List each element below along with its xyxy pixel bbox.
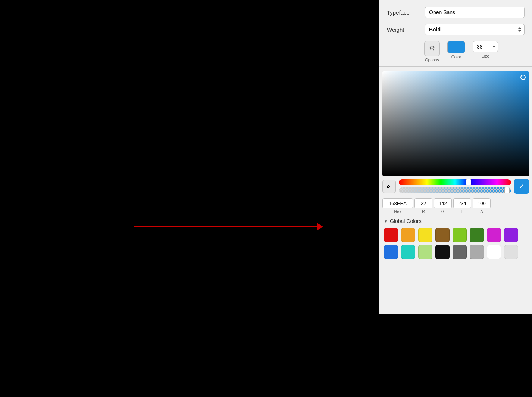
rgba-row: Hex R G B A [379, 197, 532, 215]
options-label: Options [425, 58, 439, 62]
arrow-line [134, 226, 317, 227]
color-swatch-light-green[interactable] [453, 228, 467, 242]
global-colors-section: ▼ Global Colors [379, 215, 532, 264]
b-label: B [461, 209, 463, 214]
typeface-label: Typeface [387, 9, 420, 16]
eyedropper-button[interactable]: 🖊 [382, 180, 396, 193]
colors-grid: + [384, 228, 528, 259]
color-label: Color [451, 55, 461, 59]
color-swatch-yellow[interactable] [418, 228, 432, 242]
r-input[interactable] [414, 198, 432, 208]
checkmark-icon: ✓ [519, 182, 525, 190]
color-swatch-purple[interactable] [504, 228, 518, 242]
color-swatch-dark-gray[interactable] [453, 245, 467, 259]
ocs-row: ⚙ Options Color 38 8101214 16182024 2832… [379, 39, 532, 66]
hex-input[interactable] [382, 198, 413, 208]
chevron-down-icon: ▼ [384, 219, 388, 223]
alpha-slider[interactable] [399, 187, 511, 193]
typeface-row: Typeface [379, 0, 532, 22]
arrow-indicator [134, 223, 325, 230]
global-colors-label: Global Colors [390, 218, 422, 224]
b-item: B [453, 198, 471, 214]
color-swatch[interactable] [447, 41, 465, 53]
color-swatch-white[interactable] [487, 245, 501, 259]
color-swatch-medium-gray[interactable] [470, 245, 484, 259]
weight-select[interactable]: Bold Thin Light Regular Extra Bold Black [425, 24, 525, 35]
alpha-track [399, 187, 511, 193]
color-swatch-lime[interactable] [418, 245, 432, 259]
weight-row: Weight Bold Thin Light Regular Extra Bol… [379, 22, 532, 39]
weight-label: Weight [387, 27, 420, 33]
size-select[interactable]: 38 8101214 16182024 283236 4248566472 [473, 41, 498, 52]
arrow-head [317, 223, 323, 230]
color-gradient-canvas[interactable] [382, 71, 529, 176]
sliders-column [399, 179, 511, 193]
hue-slider[interactable] [399, 179, 511, 185]
size-select-wrap: 38 8101214 16182024 283236 4248566472 ▼ [473, 41, 498, 52]
properties-panel: Typeface Weight Bold Thin Light Regular … [379, 0, 532, 314]
color-swatch-cyan[interactable] [401, 245, 415, 259]
options-button[interactable]: ⚙ [424, 41, 440, 56]
a-input[interactable] [473, 198, 491, 208]
size-item: 38 8101214 16182024 283236 4248566472 ▼ … [473, 41, 498, 58]
r-item: R [414, 198, 432, 214]
weight-select-wrap: Bold Thin Light Regular Extra Bold Black [425, 24, 525, 35]
eyedropper-icon: 🖊 [386, 183, 392, 190]
add-color-button[interactable]: + [504, 245, 518, 259]
color-swatch-brown[interactable] [435, 228, 450, 242]
sliders-row: 🖊 ✓ [379, 179, 532, 194]
confirm-button[interactable]: ✓ [514, 179, 529, 194]
gradient-overlay [382, 71, 529, 176]
color-swatch-blue[interactable] [384, 245, 398, 259]
g-label: G [441, 209, 445, 214]
typeface-input[interactable] [425, 7, 525, 18]
a-label: A [480, 209, 483, 214]
color-item: Color [447, 41, 465, 59]
color-picker-area: 🖊 ✓ Hex [379, 67, 532, 264]
r-label: R [422, 209, 425, 214]
color-swatch-magenta[interactable] [487, 228, 501, 242]
gear-icon: ⚙ [429, 44, 435, 53]
b-input[interactable] [453, 198, 471, 208]
color-swatch-black[interactable] [435, 245, 450, 259]
hue-track [399, 179, 511, 185]
hex-item: Hex [382, 198, 413, 214]
color-swatch-orange[interactable] [401, 228, 415, 242]
global-colors-header: ▼ Global Colors [384, 218, 528, 224]
options-item: ⚙ Options [424, 41, 440, 62]
g-input[interactable] [434, 198, 452, 208]
color-swatch-dark-green[interactable] [470, 228, 484, 242]
size-label: Size [481, 54, 489, 58]
color-swatch-red[interactable] [384, 228, 398, 242]
g-item: G [434, 198, 452, 214]
plus-icon: + [509, 247, 514, 257]
hex-label: Hex [394, 209, 401, 214]
a-item: A [473, 198, 491, 214]
